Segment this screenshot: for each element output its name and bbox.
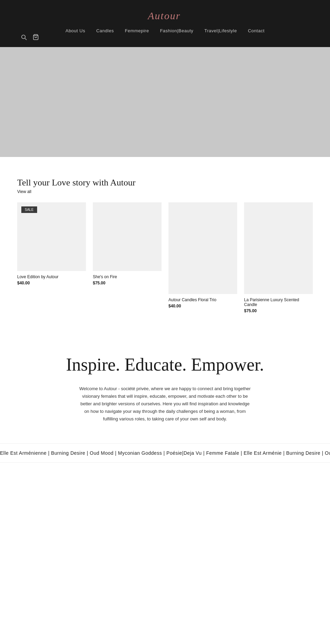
products-grid: SALE Love Edition by Autour $40.00 She's… xyxy=(17,202,313,313)
inspire-section: Inspire. Educate. Empower. Welcome to Au… xyxy=(0,327,330,443)
nav-contact[interactable]: Contact xyxy=(248,28,264,33)
product-card-3[interactable]: Autour Candles Floral Trio $40.00 xyxy=(168,202,237,313)
nav-candles[interactable]: Candles xyxy=(96,28,114,33)
nav-femmepire[interactable]: Femmepire xyxy=(125,28,149,33)
product-name-2: She's on Fire xyxy=(93,274,162,279)
product-badge-1: SALE xyxy=(21,206,37,213)
logo-svg: Autour xyxy=(144,6,186,23)
product-image-2 xyxy=(93,202,162,271)
main-nav: About Us Candles Femmepire Fashion|Beaut… xyxy=(65,28,264,33)
nav-about-us[interactable]: About Us xyxy=(65,28,85,33)
search-button[interactable] xyxy=(21,34,27,40)
svg-line-2 xyxy=(25,38,27,40)
product-price-1: $40.00 xyxy=(17,281,86,285)
large-image-area xyxy=(0,463,330,644)
view-all-link[interactable]: View all xyxy=(17,189,313,194)
svg-point-1 xyxy=(22,35,25,39)
product-image-3 xyxy=(168,202,237,294)
inspire-body: Welcome to Autour - société privée, wher… xyxy=(79,385,251,423)
marquee-text: Elle Est Arménienne | Burning Desire | O… xyxy=(0,450,330,456)
inspire-title: Inspire. Educate. Empower. xyxy=(14,354,316,375)
product-card-4[interactable]: La Parisienne Luxury Scented Candle $75.… xyxy=(244,202,313,313)
hero-banner xyxy=(0,47,330,157)
product-image-1: SALE xyxy=(17,202,86,271)
search-icon xyxy=(21,34,27,40)
product-price-2: $75.00 xyxy=(93,281,162,285)
products-section-title: Tell your Love story with Autour xyxy=(17,178,313,188)
site-header: Autour About Us Candles Femmepire Fashio… xyxy=(0,0,330,47)
product-price-4: $75.00 xyxy=(244,308,313,313)
products-section: Tell your Love story with Autour View al… xyxy=(0,157,330,327)
header-icons xyxy=(21,34,39,40)
cart-icon xyxy=(32,34,39,40)
svg-text:Autour: Autour xyxy=(147,10,180,21)
product-name-4: La Parisienne Luxury Scented Candle xyxy=(244,297,313,307)
nav-travel-lifestyle[interactable]: Travel|Lifestyle xyxy=(205,28,237,33)
product-image-4 xyxy=(244,202,313,294)
product-card-1[interactable]: SALE Love Edition by Autour $40.00 xyxy=(17,202,86,313)
product-price-3: $40.00 xyxy=(168,304,237,308)
product-card-2[interactable]: She's on Fire $75.00 xyxy=(93,202,162,313)
marquee-section: Elle Est Arménienne | Burning Desire | O… xyxy=(0,443,330,463)
product-name-3: Autour Candles Floral Trio xyxy=(168,297,237,302)
logo-area[interactable]: Autour xyxy=(144,6,186,25)
nav-fashion-beauty[interactable]: Fashion|Beauty xyxy=(160,28,193,33)
product-name-1: Love Edition by Autour xyxy=(17,274,86,279)
cart-button[interactable] xyxy=(32,34,39,40)
